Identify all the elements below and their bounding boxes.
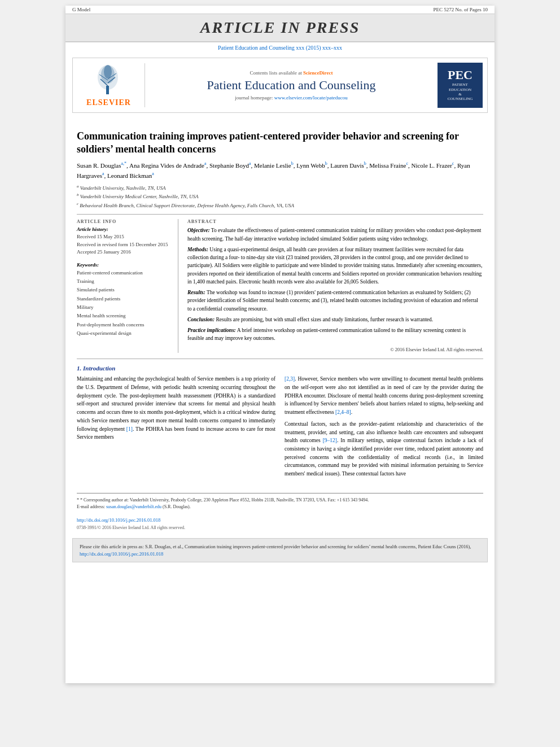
conclusion-text: Results are promising, but with small ef… [216, 317, 433, 322]
abstract-objective: Objective: To evaluate the effectiveness… [187, 226, 483, 243]
footnote-area: * * Corresponding author at: Vanderbilt … [77, 493, 483, 510]
issn-line: 0738-3991/© 2016 Elsevier Ireland Ltd. A… [65, 525, 495, 534]
journal-ref: Patient Education and Counseling xxx (20… [65, 42, 495, 53]
affiliation-c: c Behavioral Health Branch, Clinical Sup… [77, 201, 483, 209]
svg-point-3 [104, 65, 112, 78]
journal-name: Patient Education and Counseling [151, 78, 432, 93]
homepage-url[interactable]: www.elsevier.com/locate/pateducou [274, 95, 348, 101]
intro-title: 1. Introduction [77, 365, 483, 372]
abstract-practice: Practice implications: A brief intensive… [187, 326, 483, 343]
article-info-abstract: ARTICLE INFO Article history: Received 1… [77, 219, 483, 353]
doi-area: http://dx.doi.org/10.1016/j.pec.2016.01.… [65, 515, 495, 525]
article-title: Communication training improves patient-… [77, 130, 483, 156]
pec-logo: PEC PATIENTEDUCATION&COUNSELING [438, 63, 483, 108]
main-content: Communication training improves patient-… [65, 117, 495, 488]
elsevier-logo-area: ELSEVIER [77, 63, 145, 107]
ref-2-4-8[interactable]: [2,4–8] [335, 409, 351, 415]
g-model-label: G Model [72, 7, 90, 12]
ref-1[interactable]: [1] [126, 426, 133, 432]
pec-subtitle: PATIENTEDUCATION&COUNSELING [448, 82, 473, 102]
keyword-2: Training [77, 277, 171, 286]
revised-date: Received in revised form 15 December 201… [77, 241, 171, 249]
journal-homepage: journal homepage: www.elsevier.com/locat… [151, 95, 432, 101]
citation-box: Please cite this article in press as: S.… [72, 538, 488, 563]
abstract-text: Objective: To evaluate the effectiveness… [187, 226, 483, 353]
intro-right-para-1: [2,3]. However, Service members who were… [285, 375, 483, 417]
keyword-1: Patient-centered communication [77, 269, 171, 277]
affiliations: a Vanderbilt University, Nashville, TN, … [77, 184, 483, 215]
ref-2-3[interactable]: [2,3] [285, 376, 295, 382]
copyright-line: © 2016 Elsevier Ireland Ltd. All rights … [187, 346, 483, 353]
page: G Model PEC 5272 No. of Pages 10 ARTICLE… [65, 6, 495, 683]
journal-header: ELSEVIER Contents lists available at Sci… [72, 58, 488, 113]
affiliation-b: b Vanderbilt University Medical Center, … [77, 192, 483, 200]
journal-ref-text: Patient Education and Counseling xxx (20… [218, 45, 342, 51]
practice-label: Practice implications: [187, 327, 236, 333]
accepted-date: Accepted 25 January 2016 [77, 248, 171, 256]
keywords-list: Patient-centered communication Training … [77, 269, 171, 338]
intro-right-para-2: Contextual factors, such as the provider… [285, 420, 483, 478]
elsevier-tree-icon [89, 63, 129, 97]
keyword-6: Mental health screening [77, 312, 171, 320]
abstract-conclusion: Conclusion: Results are promising, but w… [187, 316, 483, 324]
keywords-heading: Keywords: [77, 262, 171, 268]
affiliation-a: a Vanderbilt University, Nashville, TN, … [77, 184, 483, 192]
intro-right-col: [2,3]. However, Service members who were… [285, 375, 483, 482]
methods-label: Methods: [187, 247, 208, 252]
results-text: The workshop was found to increase (1) p… [187, 290, 478, 312]
abstract-methods: Methods: Using a quasi-experimental desi… [187, 246, 483, 286]
keyword-5: Military [77, 303, 171, 312]
received-date: Received 15 May 2015 [77, 233, 171, 241]
footnote-text: * Corresponding author at: Vanderbilt Un… [80, 497, 369, 503]
journal-title-area: Contents lists available at ScienceDirec… [145, 70, 438, 101]
results-label: Results: [187, 290, 205, 295]
article-info-heading: ARTICLE INFO [77, 219, 171, 224]
keyword-3: Simulated patients [77, 286, 171, 294]
intro-left-para: Maintaining and enhancing the psychologi… [77, 375, 275, 442]
abstract-heading: ABSTRACT [187, 219, 483, 224]
abstract-results: Results: The workshop was found to incre… [187, 289, 483, 313]
keywords-section: Keywords: Patient-centered communication… [77, 262, 171, 338]
history-section: Article history: Received 15 May 2015 Re… [77, 226, 171, 256]
citation-doi-link[interactable]: http://dx.doi.org/10.1016/j.pec.2016.01.… [80, 551, 163, 557]
methods-text: Using a quasi-experimental design, all h… [187, 247, 482, 285]
footnote-email-line: E-mail address: susan.douglas@vanderbilt… [77, 504, 483, 510]
intro-two-col: Maintaining and enhancing the psychologi… [77, 375, 483, 482]
intro-left-col: Maintaining and enhancing the psychologi… [77, 375, 275, 482]
citation-text: Please cite this article in press as: S.… [80, 544, 471, 549]
authors-line: Susan R. Douglasa,*, Ana Regina Vides de… [77, 161, 483, 180]
elsevier-label: ELSEVIER [86, 98, 131, 107]
article-info-col: ARTICLE INFO Article history: Received 1… [77, 219, 178, 353]
contents-line: Contents lists available at ScienceDirec… [151, 70, 432, 76]
section-divider [77, 359, 483, 359]
sciencedirect-link[interactable]: ScienceDirect [303, 70, 333, 76]
abstract-col: ABSTRACT Objective: To evaluate the effe… [187, 219, 483, 353]
authors-text: Susan R. Douglasa,*, Ana Regina Vides de… [77, 162, 470, 178]
history-heading: Article history: [77, 226, 171, 232]
introduction-section: 1. Introduction Maintaining and enhancin… [77, 365, 483, 482]
footnote-star-line: * * Corresponding author at: Vanderbilt … [77, 497, 483, 504]
email-link[interactable]: susan.douglas@vanderbilt.edu [106, 504, 161, 509]
article-in-press-banner: ARTICLE IN PRESS [65, 14, 495, 42]
ref-9-12[interactable]: [9–12] [323, 438, 337, 443]
conclusion-label: Conclusion: [187, 317, 215, 322]
pec-big-label: PEC [448, 69, 473, 81]
keyword-4: Standardized patients [77, 295, 171, 303]
email-suffix: (S.R. Douglas). [163, 504, 191, 509]
objective-text: To evaluate the effectiveness of patient… [187, 228, 481, 241]
pec-number: PEC 5272 No. of Pages 10 [434, 7, 488, 12]
g-model-line: G Model PEC 5272 No. of Pages 10 [65, 6, 495, 14]
banner-text: ARTICLE IN PRESS [65, 19, 495, 37]
doi-link[interactable]: http://dx.doi.org/10.1016/j.pec.2016.01.… [77, 517, 160, 523]
email-label: E-mail address: [77, 504, 105, 509]
keyword-8: Quasi-experimental design [77, 329, 171, 338]
keyword-7: Post-deployment health concerns [77, 321, 171, 329]
objective-label: Objective: [187, 228, 210, 233]
